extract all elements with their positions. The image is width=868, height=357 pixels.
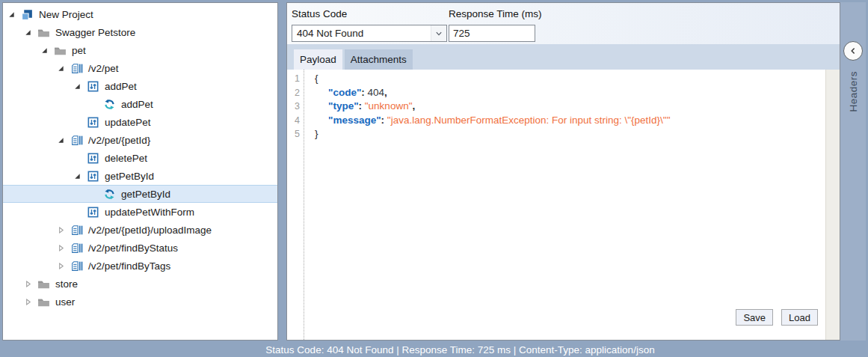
tree-item-label: /v2/pet/{petId}/uploadImage xyxy=(88,225,212,236)
expander-expanded-icon[interactable] xyxy=(57,64,65,73)
folder-icon xyxy=(54,44,67,57)
tree-item-label: getPetById xyxy=(105,171,154,182)
line-number: 2 xyxy=(287,86,300,100)
method-icon xyxy=(87,152,99,165)
tree-item-updatepet[interactable]: updatePet xyxy=(3,113,277,131)
headers-panel-label: Headers xyxy=(848,71,859,112)
expander-expanded-icon[interactable] xyxy=(73,172,81,180)
load-button[interactable]: Load xyxy=(781,309,818,326)
status-code-value: 404 Not Found xyxy=(292,28,431,39)
tree-item-label: addPet xyxy=(121,99,153,110)
expander-collapsed-icon[interactable] xyxy=(24,280,32,288)
expander-expanded-icon[interactable] xyxy=(7,10,16,19)
status-bar: Status Code: 404 Not Found | Response Ti… xyxy=(0,342,868,357)
project-tree: New Project Swagger Petstore pet /v2/pet… xyxy=(2,2,278,341)
tree-item-updatepetwithform[interactable]: updatePetWithForm xyxy=(3,203,277,221)
tree-item-label: Swagger Petstore xyxy=(55,27,135,38)
response-time-input[interactable] xyxy=(449,25,535,42)
tab-payload[interactable]: Payload xyxy=(294,49,342,70)
tree-item-store[interactable]: store xyxy=(3,275,277,293)
refresh-icon xyxy=(103,98,116,111)
tree-item-addpet-response[interactable]: addPet xyxy=(3,95,277,113)
tree-item-label: /v2/pet/findByStatus xyxy=(88,242,178,254)
line-number: 5 xyxy=(287,127,300,141)
code-line: "code": 404, xyxy=(315,86,840,100)
tree-item-label: /v2/pet/findByTags xyxy=(88,260,170,272)
tree-item-addpet-method[interactable]: addPet xyxy=(3,77,277,95)
expander-expanded-icon[interactable] xyxy=(73,82,81,91)
tree-item-user[interactable]: user xyxy=(3,293,277,311)
method-icon xyxy=(87,116,99,129)
method-icon xyxy=(87,80,99,93)
code-line: } xyxy=(315,127,840,141)
refresh-icon xyxy=(103,188,116,201)
expand-headers-button[interactable] xyxy=(843,41,863,61)
expander-expanded-icon[interactable] xyxy=(24,28,32,37)
chevron-left-icon xyxy=(849,46,858,55)
tab-attachments[interactable]: Attachments xyxy=(345,49,413,70)
status-code-dropdown[interactable]: 404 Not Found xyxy=(292,25,447,42)
tree-item-label: New Project xyxy=(39,9,93,20)
tree-item-getpetbyid-method[interactable]: getPetById xyxy=(3,167,277,185)
code-line: { xyxy=(315,72,840,86)
tab-label: Attachments xyxy=(351,54,407,65)
method-icon xyxy=(87,170,99,183)
expander-collapsed-icon[interactable] xyxy=(57,226,65,234)
expander-collapsed-icon[interactable] xyxy=(57,262,65,270)
tree-item-label: /v2/pet xyxy=(88,63,119,74)
save-button[interactable]: Save xyxy=(736,309,773,326)
tree-item-v2-pet-petid-uploadimage[interactable]: /v2/pet/{petId}/uploadImage xyxy=(3,221,277,239)
line-number: 4 xyxy=(287,114,300,128)
editor-scrollbar[interactable] xyxy=(825,70,840,340)
status-code-label: Status Code xyxy=(292,8,447,19)
response-tabs: Payload Attachments xyxy=(287,44,840,70)
tree-item-label: store xyxy=(55,278,78,290)
tree-item-label: pet xyxy=(72,45,86,56)
tree-item-label: addPet xyxy=(105,81,137,92)
line-number: 1 xyxy=(287,72,300,86)
tree-item-label: updatePetWithForm xyxy=(105,207,194,218)
tree-item-label: deletePet xyxy=(105,153,147,164)
status-bar-text: Status Code: 404 Not Found | Response Ti… xyxy=(265,344,654,356)
folder-icon xyxy=(37,26,50,39)
tree-item-getpetbyid-response-selected[interactable]: getPetById xyxy=(3,185,277,203)
line-numbers: 1 2 3 4 5 xyxy=(287,70,304,340)
tree-item-v2-pet-petid[interactable]: /v2/pet/{petId} xyxy=(3,131,277,149)
resource-icon xyxy=(70,134,83,147)
tree-item-swagger-petstore[interactable]: Swagger Petstore xyxy=(3,23,277,41)
chevron-down-icon[interactable] xyxy=(431,25,446,41)
code-line: "message": "java.lang.NumberFormatExcept… xyxy=(315,114,840,128)
expander-collapsed-icon[interactable] xyxy=(57,244,65,252)
response-time-label: Response Time (ms) xyxy=(449,8,542,19)
method-icon xyxy=(87,206,99,219)
folder-icon xyxy=(37,296,50,308)
resource-icon xyxy=(70,62,83,75)
tree-item-label: updatePet xyxy=(105,117,151,128)
folder-icon xyxy=(37,278,50,290)
code-area[interactable]: { "code": 404, "type": "unknown", "messa… xyxy=(304,70,840,340)
app-window: New Project Swagger Petstore pet /v2/pet… xyxy=(0,0,868,357)
code-line: "type": "unknown", xyxy=(315,100,840,114)
resource-icon xyxy=(70,224,83,237)
tree-item-pet[interactable]: pet xyxy=(3,41,277,59)
tree-item-v2-pet[interactable]: /v2/pet xyxy=(3,59,277,77)
expander-expanded-icon[interactable] xyxy=(57,136,65,144)
resource-icon xyxy=(70,242,83,254)
payload-editor[interactable]: 1 2 3 4 5 { "code": 404, "type": "unknow… xyxy=(287,70,840,340)
mock-response-panel: Status Code 404 Not Found Response Time … xyxy=(286,2,840,341)
line-number: 3 xyxy=(287,100,300,114)
tree-item-new-project[interactable]: New Project xyxy=(3,5,277,23)
resource-icon xyxy=(70,260,83,272)
tree-item-deletepet[interactable]: deletePet xyxy=(3,149,277,167)
response-config-bar: Status Code 404 Not Found Response Time … xyxy=(287,3,840,44)
tree-item-v2-pet-findbytags[interactable]: /v2/pet/findByTags xyxy=(3,257,277,275)
tree-item-label: getPetById xyxy=(121,189,170,200)
tree-item-label: user xyxy=(55,296,75,308)
tree-item-v2-pet-findbystatus[interactable]: /v2/pet/findByStatus xyxy=(3,239,277,257)
expander-collapsed-icon[interactable] xyxy=(24,298,32,306)
tree-item-label: /v2/pet/{petId} xyxy=(88,135,150,146)
project-icon xyxy=(21,8,34,21)
headers-panel-collapsed[interactable]: Headers xyxy=(840,2,866,341)
expander-expanded-icon[interactable] xyxy=(40,46,49,55)
tab-label: Payload xyxy=(300,54,336,65)
